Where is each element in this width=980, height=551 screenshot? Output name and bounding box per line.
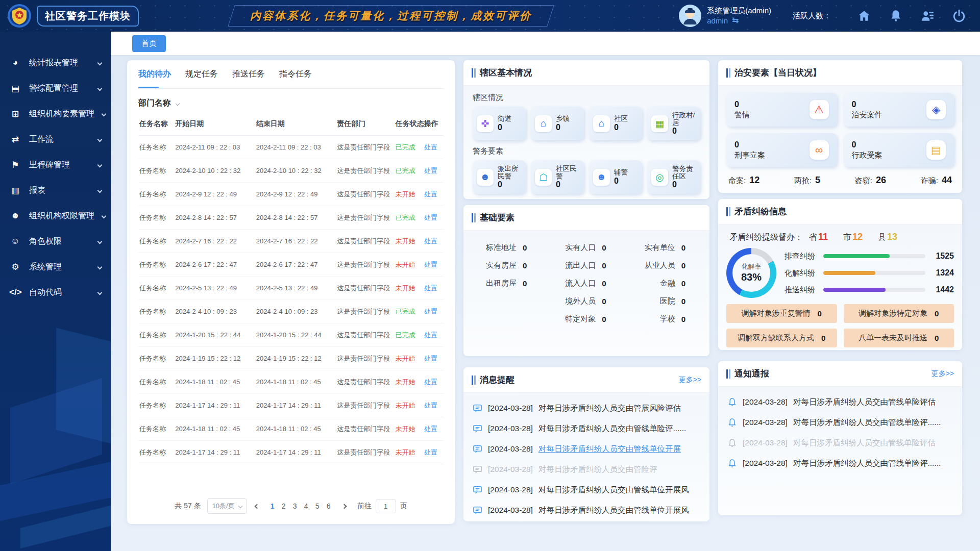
header-icons bbox=[857, 9, 966, 22]
message-item[interactable]: [2024-03-28] 对每日涉矛盾纠纷人员交由管线单险评...... bbox=[473, 418, 700, 439]
notice-date: [2024-03-28] bbox=[743, 459, 788, 468]
next-page-icon[interactable] bbox=[341, 504, 347, 509]
sidebar-item[interactable]: ⚙ 系统管理 bbox=[0, 254, 111, 280]
supervision-value: 11 bbox=[818, 232, 828, 242]
handle-link[interactable]: 处置 bbox=[424, 237, 437, 245]
message-item[interactable]: [2024-03-28] 对每日涉矛盾纠纷人员交由管线单位开展 bbox=[473, 439, 700, 459]
sidebar-item[interactable]: ⇄ 工作流 bbox=[0, 127, 111, 152]
notice-item[interactable]: [2024-03-28] 对每日涉矛盾纠纷人员交由管线单险评...... bbox=[727, 453, 953, 473]
tile-label: 行政受案 bbox=[852, 151, 883, 160]
table-row: 任务名称 2024-2-8 14 : 22 : 57 2024-2-8 14 :… bbox=[138, 206, 444, 230]
power-icon[interactable] bbox=[952, 9, 966, 22]
tile-icon: ⚠ bbox=[810, 100, 829, 119]
supervision-line: 矛盾纠纷提级督办： 省11 市12 bbox=[726, 229, 954, 244]
notice-item[interactable]: [2024-03-28] 对每日涉矛盾纠纷人员交由管线单险评...... bbox=[727, 412, 953, 433]
more-link[interactable]: 更多>> bbox=[679, 375, 701, 385]
security-panel: 治安要素【当日状况】 0 警情 ⚠ bbox=[718, 60, 962, 193]
notice-date: [2024-03-28] bbox=[743, 397, 788, 407]
page-number[interactable]: 4 bbox=[301, 501, 312, 511]
stat-value: 0 bbox=[602, 279, 606, 288]
security-tiles: 0 警情 ⚠ 0 治安案件 ◈ bbox=[726, 93, 954, 167]
task-tab[interactable]: 指令任务 bbox=[279, 60, 312, 88]
message-text: 对每日涉矛盾纠纷人员交由管线单位开展 bbox=[538, 444, 681, 455]
stat-row: 从业人员0 bbox=[626, 261, 705, 270]
prev-page-icon[interactable] bbox=[254, 504, 259, 509]
handle-link[interactable]: 处置 bbox=[424, 448, 437, 456]
page-number[interactable]: 3 bbox=[289, 501, 301, 511]
message-item[interactable]: [2024-03-28] 对每日涉矛盾纠纷人员交由管线单位开展风 bbox=[473, 480, 700, 500]
sidebar-item[interactable]: ▥ 报表 bbox=[0, 178, 111, 203]
task-end-date: 2024-1-17 14 : 29 : 11 bbox=[255, 394, 336, 417]
dispute-button-value: 0 bbox=[935, 334, 939, 342]
handle-link[interactable]: 处置 bbox=[424, 143, 437, 151]
task-tab[interactable]: 我的待办 bbox=[138, 60, 171, 88]
handle-link[interactable]: 处置 bbox=[424, 355, 437, 362]
sidebar-item[interactable]: </> 自动代码 bbox=[0, 280, 111, 305]
handle-link[interactable]: 处置 bbox=[424, 331, 437, 339]
handle-link[interactable]: 处置 bbox=[424, 167, 437, 174]
sidebar-item[interactable]: ▤ 警综配置管理 bbox=[0, 76, 111, 101]
dispute-stat-button[interactable]: 调解对象涉重复警情 0 bbox=[726, 304, 837, 323]
notice-text: 对每日涉矛盾纠纷人员交由管线单险评...... bbox=[793, 417, 941, 428]
handle-link[interactable]: 处置 bbox=[424, 308, 437, 315]
handle-link[interactable]: 处置 bbox=[424, 214, 437, 221]
sidebar-item[interactable]: ⊞ 组织机构要素管理 bbox=[0, 101, 111, 127]
slogan-text: 内容体系化，任务可量化，过程可控制，成效可评价 bbox=[250, 9, 532, 23]
contacts-icon[interactable] bbox=[921, 9, 934, 22]
goto-page-input[interactable] bbox=[376, 499, 396, 513]
notification-bell-icon[interactable] bbox=[889, 9, 902, 22]
message-item[interactable]: [2024-03-28] 对每日涉矛盾纠纷人员交由管展风险评估 bbox=[473, 398, 700, 418]
switch-user-icon[interactable]: ⇆ bbox=[732, 15, 739, 26]
task-start-date: 2024-2-6 17 : 22 : 47 bbox=[174, 253, 255, 277]
page-number[interactable]: 6 bbox=[323, 501, 334, 511]
task-tab[interactable]: 推送任务 bbox=[232, 60, 265, 88]
notice-item[interactable]: [2024-03-28] 对每日涉矛盾纠纷人员交由管线单险评估 bbox=[727, 433, 953, 453]
message-item[interactable]: [2024-03-28] 对每日涉矛盾纠纷人员交由管线单位开展风 bbox=[473, 500, 700, 520]
page-number[interactable]: 2 bbox=[278, 501, 289, 511]
handle-link[interactable]: 处置 bbox=[424, 425, 437, 433]
tile-icon: ◎ bbox=[651, 169, 668, 186]
table-row: 任务名称 2024-2-5 13 : 22 : 49 2024-2-5 13 :… bbox=[138, 277, 444, 300]
chat-bubble-icon bbox=[473, 404, 482, 413]
notice-item[interactable]: [2024-03-28] 对每日涉矛盾纠纷人员交由管线单险评估 bbox=[727, 392, 953, 412]
task-department: 这是责任部门字段 bbox=[336, 417, 394, 441]
page-number[interactable]: 5 bbox=[312, 501, 323, 511]
tile-value: 0 bbox=[614, 177, 628, 186]
stat-value: 0 bbox=[681, 243, 685, 252]
department-filter[interactable]: 部门名称 bbox=[138, 89, 444, 113]
dispute-stat-button[interactable]: 调解对象涉特定对象 0 bbox=[844, 304, 954, 323]
handle-link[interactable]: 处置 bbox=[424, 190, 437, 198]
task-tab[interactable]: 规定任务 bbox=[185, 60, 218, 88]
handle-link[interactable]: 处置 bbox=[424, 261, 437, 268]
sidebar-item[interactable]: ☻ 组织机构权限管理 bbox=[0, 203, 111, 229]
user-avatar[interactable] bbox=[678, 4, 702, 28]
tasks-table-body: 任务名称 2024-2-11 09 : 22 : 03 2024-2-11 09… bbox=[138, 136, 444, 464]
more-link[interactable]: 更多>> bbox=[932, 369, 954, 379]
page-number[interactable]: 1 bbox=[267, 501, 278, 511]
basics-column-1: 标准地址0实有房屋0出租房屋0 bbox=[468, 243, 547, 344]
task-department: 这是责任部门字段 bbox=[336, 159, 394, 183]
handle-link[interactable]: 处置 bbox=[424, 402, 437, 409]
dispute-stat-button[interactable]: 调解双方缺联系人方式 0 bbox=[726, 329, 837, 347]
page-size-select[interactable]: 10条/页 bbox=[207, 498, 247, 514]
message-item[interactable]: [2024-03-28] 对每日涉矛盾纠纷人员交由管险评 bbox=[473, 459, 700, 480]
home-tab[interactable]: 首页 bbox=[132, 35, 166, 52]
stat-tile: ☻ 辅警 0 bbox=[589, 160, 642, 194]
home-icon[interactable] bbox=[857, 9, 871, 22]
sidebar-item[interactable]: ⚑ 里程碑管理 bbox=[0, 152, 111, 178]
group-label: 警务要素 bbox=[473, 146, 700, 156]
supervision-items: 省11 市12 县13 bbox=[809, 232, 897, 243]
sidebar-item[interactable]: ◕ 统计报表管理 bbox=[0, 50, 111, 76]
handle-link[interactable]: 处置 bbox=[424, 378, 437, 386]
tile-icon: ☖ bbox=[535, 169, 552, 186]
handle-link[interactable]: 处置 bbox=[424, 284, 437, 292]
chevron-down-icon bbox=[97, 290, 103, 295]
task-end-date: 2024-1-18 11 : 02 : 45 bbox=[255, 370, 336, 394]
sidebar-item[interactable]: ☺ 角色权限 bbox=[0, 229, 111, 254]
title-mark bbox=[472, 213, 476, 222]
dispute-stat-button[interactable]: 八单一表未及时推送 0 bbox=[844, 329, 954, 347]
bar-track bbox=[823, 271, 925, 275]
panel-title: 消息提醒 bbox=[480, 374, 514, 386]
task-name: 任务名称 bbox=[138, 323, 174, 347]
stat-tile: 0 警情 ⚠ bbox=[726, 93, 837, 127]
